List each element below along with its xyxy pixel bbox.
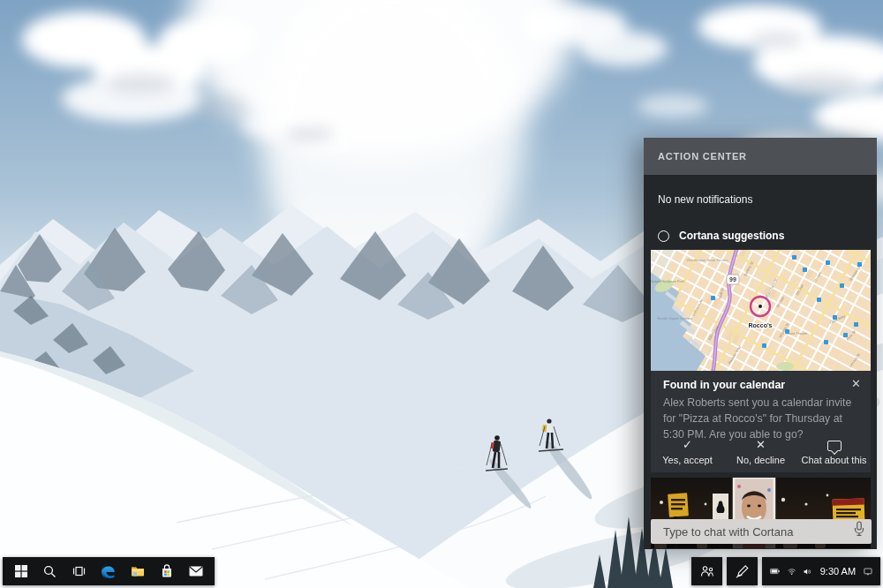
cortana-suggestions-header[interactable]: Cortana suggestions xyxy=(658,229,784,243)
svg-text:Washington State Ferries: Washington State Ferries xyxy=(686,258,728,262)
taskbar-app-segment xyxy=(3,557,215,585)
map-pin-roccos[interactable]: Rocco's xyxy=(749,297,773,328)
task-view-button[interactable] xyxy=(68,560,91,583)
mail-icon xyxy=(188,565,204,577)
volume-icon[interactable] xyxy=(804,566,811,577)
action-center-title: ACTION CENTER xyxy=(658,151,747,162)
wifi-icon[interactable] xyxy=(788,566,796,577)
close-icon[interactable]: ✕ xyxy=(851,377,861,390)
file-explorer-button[interactable] xyxy=(126,560,149,583)
svg-text:Moore Theatre: Moore Theatre xyxy=(786,332,808,335)
file-explorer-icon xyxy=(130,564,146,578)
cortana-chat-input[interactable] xyxy=(651,519,872,544)
card-title: Found in your calendar xyxy=(663,379,785,391)
cross-icon: ✕ xyxy=(756,439,766,451)
mail-button[interactable] xyxy=(185,560,208,583)
windows-logo-icon xyxy=(14,564,28,578)
store-icon xyxy=(159,563,175,579)
card-body-text: Alex Roberts sent you a calendar invite … xyxy=(663,395,859,442)
search-button[interactable] xyxy=(39,560,62,583)
action-center-header: ACTION CENTER xyxy=(644,138,877,175)
svg-text:99: 99 xyxy=(729,276,736,283)
calendar-suggestion-card: Found in your calendar ✕ Alex Roberts se… xyxy=(651,371,871,472)
windows-ink-button[interactable] xyxy=(727,557,758,585)
clock[interactable]: 9:30 AM xyxy=(820,566,856,577)
check-icon: ✓ xyxy=(683,439,692,451)
highway-99-shield: 99 xyxy=(727,275,739,284)
microphone-icon[interactable] xyxy=(853,521,865,537)
chat-about-button[interactable]: Chat about this xyxy=(797,439,871,465)
card-actions: ✓ Yes, accept ✕ No, decline Chat about t… xyxy=(651,439,871,465)
map-card[interactable]: 99 Washington State Ferries Olympic Scul… xyxy=(651,250,871,371)
svg-text:Seattle Clipper Terminal: Seattle Clipper Terminal xyxy=(657,317,692,320)
accept-button[interactable]: ✓ Yes, accept xyxy=(651,439,724,465)
svg-text:Olympic Sculpture Park: Olympic Sculpture Park xyxy=(651,280,684,283)
start-button[interactable] xyxy=(10,560,33,583)
action-center-icon[interactable] xyxy=(864,565,872,578)
decline-button[interactable]: ✕ No, decline xyxy=(724,439,797,465)
cortana-icon xyxy=(658,230,669,242)
map-place-label: Rocco's xyxy=(749,322,773,328)
search-icon xyxy=(42,564,57,579)
notification-status: No new notifications xyxy=(658,193,752,206)
people-icon xyxy=(699,564,715,578)
system-tray: 9:30 AM xyxy=(762,557,880,585)
cortana-suggestions-label: Cortana suggestions xyxy=(679,230,784,242)
action-center-panel: ACTION CENTER No new notifications Corta… xyxy=(644,138,877,549)
store-button[interactable] xyxy=(155,560,178,583)
edge-icon xyxy=(100,562,117,580)
windows-ink-icon xyxy=(735,564,750,579)
chat-bubble-icon xyxy=(827,441,841,451)
map-image: 99 Washington State Ferries Olympic Scul… xyxy=(651,250,871,371)
edge-button[interactable] xyxy=(97,560,120,583)
task-view-icon xyxy=(72,564,87,578)
people-button[interactable] xyxy=(691,557,722,585)
battery-icon[interactable] xyxy=(770,566,780,577)
